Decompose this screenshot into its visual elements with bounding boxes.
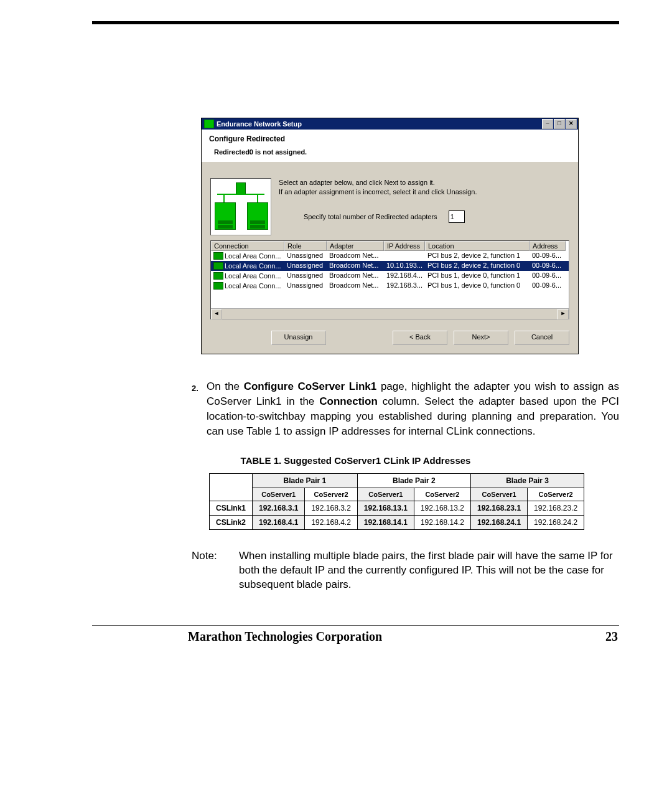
dialog-buttons: Unassign < Back Next> Cancel — [202, 323, 578, 354]
header-rule — [92, 21, 619, 24]
title-bar[interactable]: Endurance Network Setup — [202, 118, 578, 130]
list-row[interactable]: Local Area Conn...UnassignedBroadcom Net… — [211, 271, 569, 281]
col-connection[interactable]: Connection — [211, 241, 284, 251]
group-header: Blade Pair 3 — [470, 474, 584, 488]
minimize-button[interactable] — [542, 119, 553, 129]
group-header: Blade Pair 1 — [253, 474, 358, 488]
note-label: Note: — [192, 549, 239, 592]
nic-icon — [213, 262, 223, 270]
list-row[interactable]: Local Area Conn...UnassignedBroadcom Net… — [211, 281, 569, 291]
redirected-count-input[interactable] — [449, 210, 465, 223]
footer-rule — [92, 625, 619, 626]
dialog-title: Configure Redirected — [209, 134, 571, 143]
instruction-text: Select an adapter below, and click Next … — [279, 178, 569, 235]
network-diagram-icon — [210, 178, 271, 235]
ip-table: Blade Pair 1 Blade Pair 2 Blade Pair 3 C… — [209, 473, 584, 530]
window-title: Endurance Network Setup — [217, 120, 302, 128]
redirected-count-label: Specify total number of Redirected adapt… — [304, 212, 437, 222]
cancel-button[interactable]: Cancel — [515, 331, 569, 345]
note-text: When installing multiple blade pairs, th… — [239, 549, 619, 592]
table-row: CSLink1 192.168.3.1 192.168.3.2 192.168.… — [210, 501, 584, 516]
list-row[interactable]: Local Area Conn...UnassignedBroadcom Net… — [211, 261, 569, 271]
list-row[interactable]: Local Area Conn...UnassignedBroadcom Net… — [211, 251, 569, 261]
scroll-left-icon[interactable]: ◄ — [211, 309, 222, 319]
adapter-list[interactable]: Connection Role Adapter IP Address Locat… — [210, 240, 569, 319]
col-role[interactable]: Role — [284, 241, 327, 251]
dialog-subtitle: Redirected0 is not assigned. — [209, 148, 571, 156]
dialog-window: Endurance Network Setup Configure Redire… — [201, 118, 579, 354]
scroll-right-icon[interactable]: ► — [558, 309, 569, 319]
table-title: TABLE 1. Suggested CoServer1 CLink IP Ad… — [92, 455, 619, 466]
next-button[interactable]: Next> — [454, 331, 508, 345]
col-location[interactable]: Location — [425, 241, 530, 251]
footer-page-number: 23 — [605, 630, 618, 644]
table-row: CSLink2 192.168.4.1 192.168.4.2 192.168.… — [210, 516, 584, 530]
nic-icon — [213, 272, 223, 280]
maximize-button[interactable] — [554, 119, 565, 129]
footer: Marathon Technologies Corporation 23 — [92, 630, 619, 644]
col-address[interactable]: Address — [530, 241, 566, 251]
group-header: Blade Pair 2 — [357, 474, 470, 488]
step-number: 2. — [192, 381, 198, 396]
back-button[interactable]: < Back — [393, 331, 447, 345]
close-button[interactable] — [566, 119, 577, 129]
nic-icon — [213, 252, 223, 260]
nic-icon — [213, 282, 223, 290]
note-block: Note: When installing multiple blade pai… — [92, 549, 619, 592]
list-header: Connection Role Adapter IP Address Locat… — [211, 241, 569, 251]
horizontal-scrollbar[interactable]: ◄ ► — [211, 308, 569, 319]
app-icon — [204, 120, 214, 128]
col-ip[interactable]: IP Address — [384, 241, 425, 251]
col-adapter[interactable]: Adapter — [327, 241, 384, 251]
footer-company: Marathon Technologies Corporation — [188, 630, 382, 644]
step-paragraph: 2. On the Configure CoServer Link1 page,… — [92, 379, 619, 439]
instruction-line1: Select an adapter below, and click Next … — [279, 178, 569, 187]
instruction-line2: If an adapter assignment is incorrect, s… — [279, 187, 569, 197]
unassign-button[interactable]: Unassign — [271, 331, 326, 345]
dialog-header: Configure Redirected Redirected0 is not … — [202, 130, 578, 162]
